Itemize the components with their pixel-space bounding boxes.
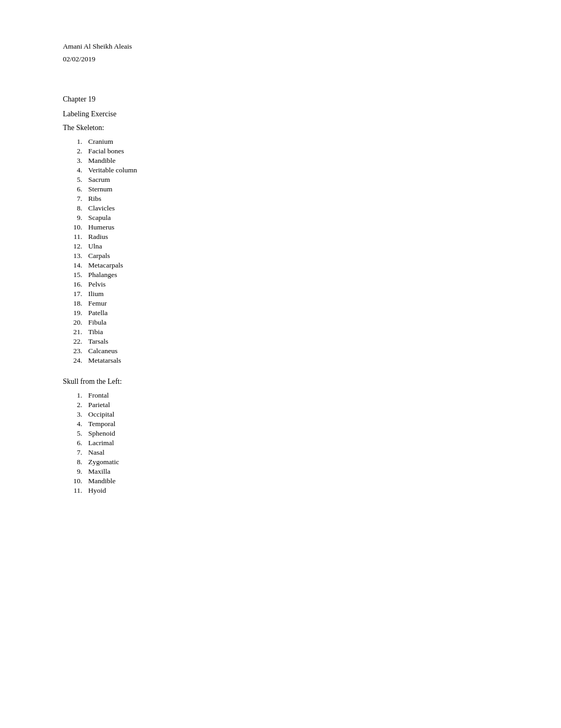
skeleton-list-item: Scapula (84, 214, 498, 222)
skeleton-list-item: Fibula (84, 318, 498, 327)
skull-list: FrontalParietalOccipitalTemporalSphenoid… (84, 391, 498, 495)
skull-list-item: Maxilla (84, 467, 498, 476)
page-container: Amani Al Sheikh Aleais 02/02/2019 Chapte… (0, 0, 561, 550)
skeleton-list-item: Tibia (84, 328, 498, 336)
skeleton-list: CraniumFacial bonesMandibleVeritable col… (84, 137, 498, 365)
skeleton-list-item: Tarsals (84, 337, 498, 346)
skeleton-list-item: Clavicles (84, 204, 498, 213)
skull-list-item: Frontal (84, 391, 498, 400)
skeleton-list-item: Veritable column (84, 166, 498, 174)
exercise-title: Labeling Exercise (63, 110, 498, 118)
skull-header: Skull from the Left: (63, 377, 498, 386)
skull-list-item: Nasal (84, 448, 498, 457)
skull-list-item: Parietal (84, 401, 498, 409)
author-name: Amani Al Sheikh Aleais (63, 42, 498, 51)
skeleton-list-item: Radius (84, 233, 498, 241)
skeleton-list-item: Ulna (84, 242, 498, 251)
skeleton-list-item: Femur (84, 299, 498, 308)
skeleton-list-item: Phalanges (84, 271, 498, 279)
skeleton-list-item: Facial bones (84, 147, 498, 155)
skull-list-item: Sphenoid (84, 429, 498, 438)
chapter-title: Chapter 19 (63, 95, 498, 104)
skeleton-list-item: Sternum (84, 185, 498, 193)
skeleton-list-item: Cranium (84, 137, 498, 146)
skeleton-list-item: Pelvis (84, 280, 498, 289)
skeleton-header: The Skeleton: (63, 124, 498, 132)
skull-list-item: Zygomatic (84, 458, 498, 466)
skull-list-item: Occipital (84, 410, 498, 419)
skull-list-item: Lacrimal (84, 439, 498, 447)
skeleton-list-item: Carpals (84, 252, 498, 260)
skeleton-list-item: Metacarpals (84, 261, 498, 270)
skull-list-item: Hyoid (84, 486, 498, 495)
skeleton-list-item: Humerus (84, 223, 498, 232)
skull-list-item: Mandible (84, 477, 498, 485)
skeleton-list-item: Metatarsals (84, 356, 498, 365)
skull-list-item: Temporal (84, 420, 498, 428)
skeleton-list-item: Calcaneus (84, 347, 498, 355)
skeleton-list-item: Ribs (84, 195, 498, 203)
skeleton-list-item: Patella (84, 309, 498, 317)
skeleton-list-item: Mandible (84, 156, 498, 165)
skeleton-list-item: Sacrum (84, 176, 498, 184)
document-date: 02/02/2019 (63, 55, 498, 63)
skeleton-list-item: Ilium (84, 290, 498, 298)
